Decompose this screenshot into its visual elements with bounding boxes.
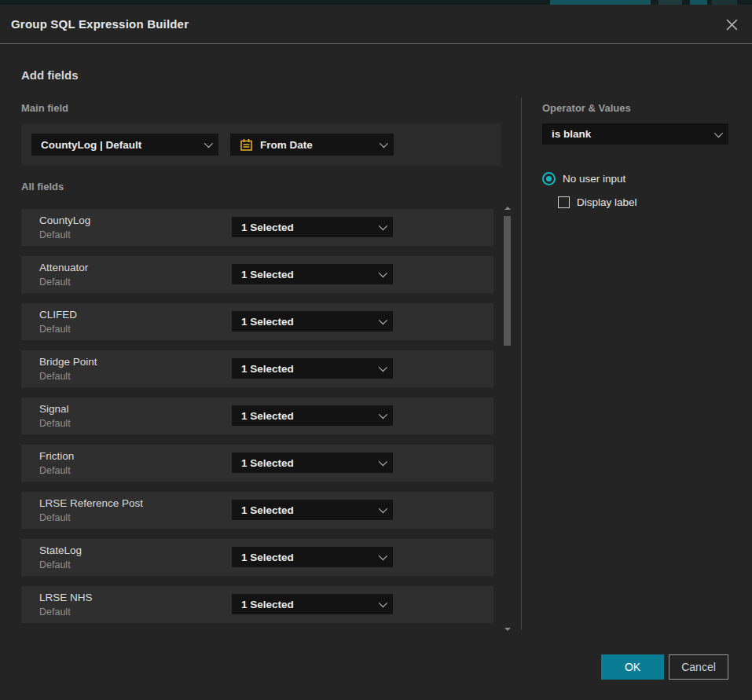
field-selected-dropdown[interactable]: 1 Selected (232, 405, 393, 426)
arrow-down-icon (504, 628, 511, 631)
field-name: Bridge Point (39, 356, 97, 368)
field-selected-dropdown[interactable]: 1 Selected (232, 594, 393, 614)
field-name: StateLog (39, 544, 82, 556)
field-selected-dropdown[interactable]: 1 Selected (232, 358, 393, 379)
field-name: Friction (39, 450, 74, 462)
field-selected-dropdown[interactable]: 1 Selected (232, 217, 393, 237)
field-sublabel: Default (39, 277, 71, 288)
field-row: Attenuator Default 1 Selected (21, 256, 493, 293)
arrow-up-icon (504, 207, 511, 210)
chevron-down-icon (714, 128, 723, 137)
ok-button[interactable]: OK (601, 654, 664, 680)
dialog-titlebar: Group SQL Expression Builder (0, 5, 752, 44)
field-name: LRSE NHS (39, 592, 93, 603)
close-icon (725, 18, 739, 31)
chevron-down-icon (204, 139, 213, 148)
main-field-select-value: From Date (260, 139, 313, 151)
main-layer-select-value: CountyLog | Default (41, 139, 141, 151)
checkbox-icon (558, 196, 570, 208)
all-fields-scrollbar (504, 204, 511, 632)
field-sublabel: Default (39, 229, 71, 240)
field-selected-value: 1 Selected (241, 222, 294, 233)
cancel-button[interactable]: Cancel (669, 654, 728, 680)
field-sublabel: Default (39, 512, 71, 523)
display-label-checkbox[interactable]: Display label (558, 196, 637, 208)
field-sublabel: Default (39, 324, 71, 335)
field-selected-value: 1 Selected (241, 457, 294, 469)
operator-select[interactable]: is blank (542, 123, 728, 145)
field-row: LRSE Reference Post Default 1 Selected (21, 492, 493, 529)
panel-divider (521, 98, 522, 629)
field-selected-value: 1 Selected (241, 269, 294, 280)
field-row: Bridge Point Default 1 Selected (21, 350, 493, 387)
field-name: Signal (39, 403, 69, 415)
field-selected-value: 1 Selected (241, 504, 294, 516)
field-selected-value: 1 Selected (241, 316, 294, 328)
chevron-down-icon (379, 410, 387, 419)
main-field-panel: CountyLog | Default From Date (21, 123, 501, 166)
chevron-down-icon (380, 139, 388, 148)
dialog-title: Group SQL Expression Builder (11, 17, 189, 31)
scrollbar-down-button[interactable] (504, 625, 511, 632)
field-name: CountyLog (39, 214, 90, 226)
all-fields-label: All fields (21, 181, 64, 192)
no-user-input-label: No user input (563, 173, 625, 185)
chevron-down-icon (379, 552, 387, 560)
field-row: StateLog Default 1 Selected (21, 539, 493, 576)
field-row: Friction Default 1 Selected (21, 445, 493, 482)
field-sublabel: Default (39, 607, 71, 618)
chevron-down-icon (379, 316, 387, 324)
no-user-input-radio[interactable]: No user input (542, 172, 625, 185)
field-sublabel: Default (39, 465, 71, 476)
main-layer-select[interactable]: CountyLog | Default (31, 134, 218, 156)
radio-icon (542, 172, 556, 185)
operator-select-value: is blank (552, 128, 591, 140)
group-sql-expression-builder-dialog: Group SQL Expression Builder Add fields … (0, 5, 752, 700)
add-fields-heading: Add fields (21, 68, 79, 82)
field-sublabel: Default (39, 559, 71, 570)
field-sublabel: Default (39, 418, 71, 429)
scrollbar-thumb[interactable] (504, 216, 511, 346)
main-field-select[interactable]: From Date (230, 134, 394, 156)
display-label-label: Display label (577, 196, 637, 208)
field-row: LRSE NHS Default 1 Selected (21, 586, 493, 623)
scrollbar-up-button[interactable] (504, 204, 511, 211)
field-selected-dropdown[interactable]: 1 Selected (232, 264, 393, 284)
field-row: CountyLog Default 1 Selected (21, 209, 493, 246)
field-selected-dropdown[interactable]: 1 Selected (232, 453, 393, 473)
chevron-down-icon (379, 363, 387, 372)
calendar-icon (240, 138, 253, 152)
field-selected-value: 1 Selected (241, 599, 294, 610)
field-selected-value: 1 Selected (241, 363, 294, 375)
field-selected-value: 1 Selected (241, 552, 294, 563)
chevron-down-icon (379, 599, 387, 607)
field-selected-dropdown[interactable]: 1 Selected (232, 311, 393, 332)
chevron-down-icon (379, 269, 387, 277)
chevron-down-icon (379, 222, 387, 230)
close-button[interactable] (721, 14, 742, 35)
field-selected-dropdown[interactable]: 1 Selected (232, 500, 393, 520)
chevron-down-icon (379, 457, 387, 466)
all-fields-list: CountyLog Default 1 Selected Attenuator … (21, 209, 493, 623)
field-row: Signal Default 1 Selected (21, 398, 493, 434)
chevron-down-icon (379, 504, 387, 513)
main-field-label: Main field (21, 102, 68, 114)
field-selected-value: 1 Selected (241, 410, 294, 422)
operator-values-label: Operator & Values (542, 102, 631, 114)
field-name: LRSE Reference Post (39, 497, 143, 509)
field-name: Attenuator (39, 262, 88, 273)
field-selected-dropdown[interactable]: 1 Selected (232, 547, 393, 567)
field-row: CLIFED Default 1 Selected (21, 303, 493, 340)
field-sublabel: Default (39, 371, 71, 382)
field-name: CLIFED (39, 309, 77, 321)
